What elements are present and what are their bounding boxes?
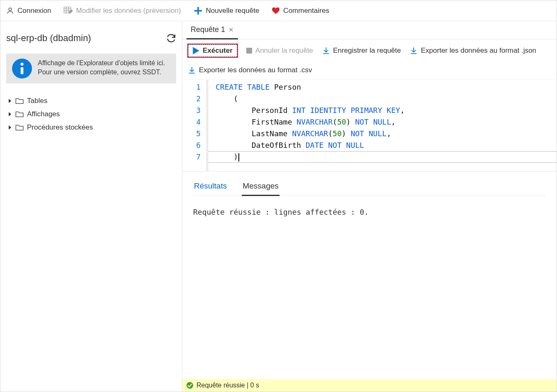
svg-point-2 (20, 63, 23, 66)
heart-icon (272, 7, 280, 15)
person-icon (6, 7, 14, 15)
query-action-bar: Exécuter Annuler la requête Enregistrer … (182, 39, 557, 80)
object-tree: Tables Affichages Procédures stockées (6, 94, 176, 134)
query-tab-row: Requête 1 ✕ (182, 21, 557, 39)
caret-right-icon (8, 99, 12, 103)
run-button[interactable]: Exécuter (188, 44, 237, 57)
save-query-label: Enregistrer la requête (333, 47, 401, 55)
success-icon (186, 382, 193, 389)
tab-messages[interactable]: Messages (242, 179, 280, 196)
info-text: Affichage de l'Explorateur d'objets limi… (38, 59, 170, 77)
play-icon (193, 47, 199, 54)
object-explorer-sidebar: sql-erp-db (dbadmin) Affichage de l'Expl… (0, 21, 182, 392)
cancel-label: Annuler la requête (255, 47, 313, 55)
sql-editor[interactable]: 1 2 3 4 5 6 7 CREATE TABLE Person ( Pers… (182, 80, 557, 172)
login-button[interactable]: Connexion (6, 7, 51, 15)
folder-icon (15, 111, 24, 118)
tree-item-label: Affichages (27, 110, 60, 118)
results-panel: Résultats Messages Requête réussie : lig… (182, 172, 557, 379)
export-csv-button[interactable]: Exporter les données au format .csv (188, 66, 312, 74)
export-json-button[interactable]: Exporter les données au format .json (410, 47, 536, 55)
status-bar: Requête réussie | 0 s (182, 379, 557, 392)
caret-right-icon (8, 125, 12, 130)
sql-code[interactable]: CREATE TABLE Person ( PersonId INT IDENT… (206, 81, 557, 163)
edit-data-label: Modifier les données (préversion) (76, 7, 181, 15)
svg-rect-4 (246, 48, 252, 54)
edit-data-button: Modifier les données (préversion) (64, 7, 181, 15)
export-csv-label: Exporter les données au format .csv (199, 66, 312, 74)
close-icon[interactable]: ✕ (228, 26, 234, 34)
download-icon (410, 47, 417, 54)
cancel-button: Annuler la requête (246, 47, 313, 55)
stop-icon (246, 48, 252, 54)
tree-item-tables[interactable]: Tables (6, 94, 176, 108)
refresh-icon[interactable] (166, 33, 176, 43)
tree-item-label: Procédures stockées (27, 123, 93, 132)
folder-icon (15, 98, 24, 104)
top-toolbar: Connexion Modifier les données (préversi… (0, 0, 557, 21)
run-label: Exécuter (203, 47, 233, 55)
result-message: Requête réussie : lignes affectées : 0. (193, 208, 546, 216)
editor-gutter: 1 2 3 4 5 6 7 (182, 80, 206, 171)
info-banner: Affichage de l'Explorateur d'objets limi… (6, 54, 176, 83)
new-query-label: Nouvelle requête (206, 7, 260, 15)
info-icon (12, 59, 32, 78)
tree-item-label: Tables (27, 97, 47, 105)
status-text: Requête réussie | 0 s (196, 382, 259, 389)
folder-icon (15, 124, 24, 131)
query-tab-label: Requête 1 (191, 25, 225, 34)
save-query-button[interactable]: Enregistrer la requête (322, 47, 401, 55)
download-icon (322, 47, 330, 54)
query-tab[interactable]: Requête 1 ✕ (186, 22, 238, 39)
svg-rect-3 (21, 67, 24, 74)
export-json-label: Exporter les données au format .json (421, 47, 536, 55)
tree-item-views[interactable]: Affichages (6, 108, 176, 121)
new-query-button[interactable]: Nouvelle requête (194, 6, 260, 15)
caret-right-icon (8, 112, 12, 116)
plus-icon (194, 6, 203, 15)
feedback-button[interactable]: Commentaires (272, 7, 329, 15)
tab-results[interactable]: Résultats (193, 179, 228, 196)
grid-edit-icon (64, 7, 73, 15)
svg-point-0 (9, 8, 12, 11)
login-label: Connexion (17, 7, 51, 15)
tree-item-procs[interactable]: Procédures stockées (6, 121, 176, 134)
feedback-label: Commentaires (283, 7, 329, 15)
database-title: sql-erp-db (dbadmin) (6, 33, 91, 44)
download-icon (188, 66, 196, 74)
